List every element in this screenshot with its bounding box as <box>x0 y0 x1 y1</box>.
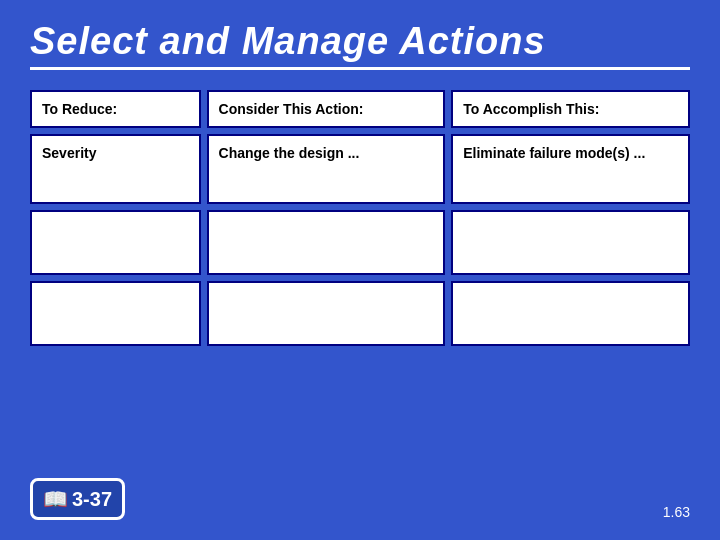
data-cell-2-1 <box>30 210 201 275</box>
data-label-1-1: Severity <box>42 144 96 162</box>
table-row-2 <box>30 210 690 275</box>
data-label-1-2: Change the design ... <box>219 144 360 162</box>
data-label-1-3: Eliminate failure mode(s) ... <box>463 144 645 162</box>
header-cell-3: To Accomplish This: <box>451 90 690 128</box>
data-cell-2-2 <box>207 210 446 275</box>
data-cell-2-3 <box>451 210 690 275</box>
table-row-1: Severity Change the design ... Eliminate… <box>30 134 690 204</box>
page-title: Select and Manage Actions <box>30 20 690 63</box>
header-label-3: To Accomplish This: <box>463 100 599 118</box>
table-header-row: To Reduce: Consider This Action: To Acco… <box>30 90 690 128</box>
header-cell-1: To Reduce: <box>30 90 201 128</box>
table-row-3 <box>30 281 690 346</box>
data-cell-3-3 <box>451 281 690 346</box>
header-label-2: Consider This Action: <box>219 100 364 118</box>
data-cell-1-1: Severity <box>30 134 201 204</box>
data-cell-3-2 <box>207 281 446 346</box>
title-section: Select and Manage Actions <box>30 20 690 84</box>
header-label-1: To Reduce: <box>42 100 117 118</box>
data-cell-3-1 <box>30 281 201 346</box>
badge-text: 3-37 <box>72 488 112 511</box>
book-icon: 📖 <box>43 487 68 511</box>
bottom-area: 📖 3-37 1.63 <box>30 470 690 520</box>
title-underline <box>30 67 690 70</box>
data-cell-1-2: Change the design ... <box>207 134 446 204</box>
page-container: Select and Manage Actions To Reduce: Con… <box>0 0 720 540</box>
header-cell-2: Consider This Action: <box>207 90 446 128</box>
table-container: To Reduce: Consider This Action: To Acco… <box>30 90 690 470</box>
page-number: 1.63 <box>663 504 690 520</box>
data-cell-1-3: Eliminate failure mode(s) ... <box>451 134 690 204</box>
badge: 📖 3-37 <box>30 478 125 520</box>
